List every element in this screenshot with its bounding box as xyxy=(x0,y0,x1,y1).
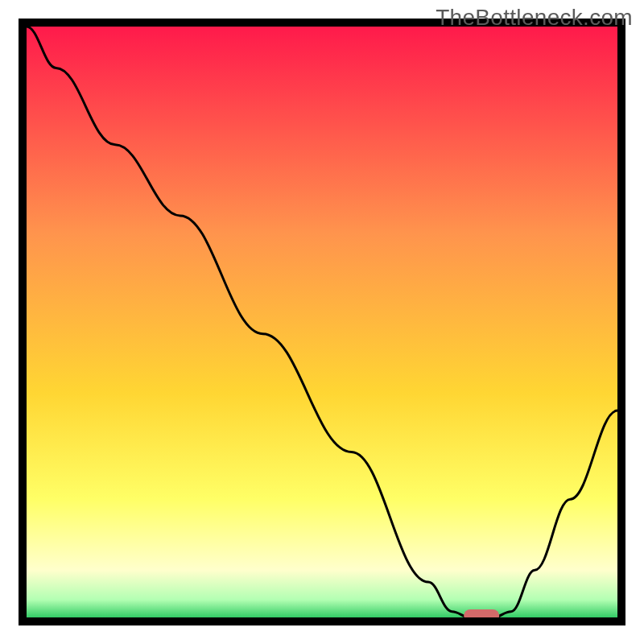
gradient-background xyxy=(27,27,617,617)
bottleneck-chart: TheBottleneck.com xyxy=(0,0,644,644)
chart-svg xyxy=(0,0,644,644)
watermark-label: TheBottleneck.com xyxy=(436,5,633,31)
